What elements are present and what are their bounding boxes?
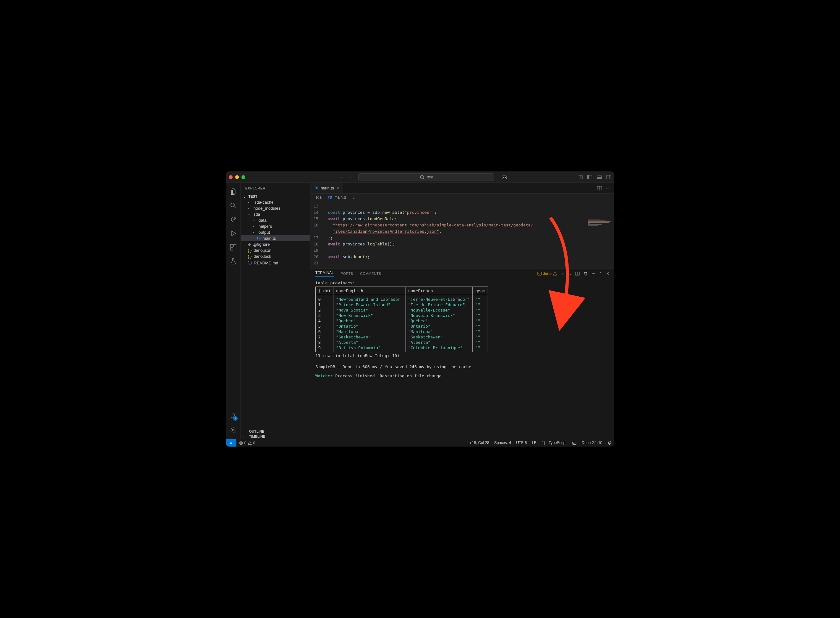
table-row: 2"Nova Scotia""Nouvelle-Écosse""": [316, 308, 488, 313]
panel-tab-terminal[interactable]: TERMINAL: [316, 271, 334, 277]
tree-root[interactable]: ⌄TEST: [241, 193, 310, 199]
status-encoding[interactable]: UTF-8: [514, 441, 529, 445]
panel-close-icon[interactable]: ✕: [606, 271, 609, 276]
tree-root-label: TEST: [248, 195, 257, 198]
play-icon: [230, 230, 237, 237]
svg-point-3: [503, 177, 504, 178]
code-content: const provinces = sdb.newTable("province…: [323, 201, 533, 268]
sidebar-outline[interactable]: ›OUTLINE: [241, 429, 310, 434]
terminal-icon: [537, 271, 542, 276]
tab-main-ts[interactable]: TS main.ts ×: [310, 183, 343, 193]
tab-close-icon[interactable]: ×: [336, 186, 339, 191]
nav-forward-icon[interactable]: →: [348, 175, 352, 179]
tree-folder-sda-cache[interactable]: ›.sda-cache: [241, 199, 310, 205]
sidebar-title: EXPLORER: [245, 186, 265, 190]
status-problems[interactable]: 0 0: [236, 439, 258, 447]
svg-rect-8: [588, 175, 589, 179]
activity-settings[interactable]: [226, 424, 241, 437]
svg-point-15: [231, 217, 232, 218]
activity-explorer[interactable]: [226, 185, 241, 198]
tree-file-deno-json[interactable]: { }deno.json: [241, 247, 310, 253]
svg-point-13: [231, 203, 234, 207]
panel: TERMINAL PORTS COMMENTS deno ＋ ⌄ ⋯: [310, 268, 614, 439]
panel-maximize-icon[interactable]: ⌃: [599, 272, 602, 276]
git-icon: ◆: [248, 242, 251, 247]
status-spaces[interactable]: Spaces: 4: [492, 441, 514, 445]
tree-file-main-ts[interactable]: TSmain.ts: [241, 235, 310, 241]
layout-sidebar-right-icon[interactable]: [606, 175, 611, 180]
panel-more-icon[interactable]: ⋯: [592, 271, 596, 276]
command-center[interactable]: test: [359, 173, 494, 181]
nav-back-icon[interactable]: ←: [339, 175, 344, 179]
copilot-icon[interactable]: [501, 174, 508, 180]
activity-source-control[interactable]: [226, 213, 241, 226]
terminal-dropdown-icon[interactable]: ⌄: [569, 272, 571, 275]
tree-folder-node-modules[interactable]: ›node_modules: [241, 205, 310, 211]
svg-point-4: [505, 177, 506, 178]
table-row: 4"Quebec""Québec""": [316, 318, 488, 324]
table-row: 3"New Brunswick""Nouveau-Brunswick""": [316, 313, 488, 318]
split-editor-icon[interactable]: [597, 186, 602, 191]
layout-panel-icon[interactable]: [597, 175, 602, 180]
tree-file-gitignore[interactable]: ◆.gitignore: [241, 241, 310, 247]
tree-file-deno-lock[interactable]: { }deno.lock: [241, 253, 310, 259]
svg-rect-29: [572, 442, 576, 444]
tree-folder-sda[interactable]: ⌄sda: [241, 211, 310, 217]
terminal-shell-indicator[interactable]: deno: [537, 271, 557, 276]
svg-rect-19: [234, 245, 236, 247]
activity-accounts[interactable]: 1: [226, 410, 241, 423]
term-watcher-line: Watcher Process finished. Restarting on …: [316, 373, 609, 378]
minimize-window-button[interactable]: [235, 175, 239, 179]
panel-tab-comments[interactable]: COMMENTS: [360, 272, 381, 275]
search-icon: [230, 202, 237, 209]
maximize-window-button[interactable]: [241, 175, 245, 179]
svg-rect-10: [597, 177, 601, 179]
table-row: 1"Prince Edward Island""Île-du-Prince-Éd…: [316, 302, 488, 308]
breadcrumb[interactable]: sda› TS main.ts›…: [310, 193, 614, 201]
panel-tab-ports[interactable]: PORTS: [341, 272, 353, 275]
remote-icon: [229, 441, 233, 445]
term-header: table provinces:: [316, 281, 609, 285]
svg-line-1: [423, 178, 424, 179]
svg-rect-2: [502, 175, 507, 179]
nav-arrows: ← →: [339, 175, 352, 179]
minimap[interactable]: [588, 220, 613, 245]
status-copilot[interactable]: [569, 441, 579, 446]
extensions-icon: [230, 244, 237, 251]
activity-run-debug[interactable]: [226, 227, 241, 240]
tree-folder-data[interactable]: ⌄data: [241, 217, 310, 223]
status-deno[interactable]: Deno 2.1.10: [579, 441, 605, 445]
account-badge: 1: [233, 416, 238, 420]
close-window-button[interactable]: [229, 175, 233, 179]
svg-rect-20: [230, 248, 233, 250]
ts-icon: TS: [314, 186, 318, 190]
terminal-output[interactable]: table provinces: (idx) nameEnglish nameF…: [310, 279, 614, 439]
tree-folder-output[interactable]: ›output: [241, 229, 310, 235]
status-notifications[interactable]: [605, 441, 614, 445]
status-language[interactable]: { } TypeScript: [539, 441, 569, 445]
svg-rect-18: [230, 245, 233, 247]
panel-tabs: TERMINAL PORTS COMMENTS deno ＋ ⌄ ⋯: [310, 269, 614, 279]
sidebar-timeline[interactable]: ›TIMELINE: [241, 434, 310, 439]
activity-extensions[interactable]: [226, 241, 241, 254]
tree-folder-helpers[interactable]: ›helpers: [241, 223, 310, 229]
editor-more-icon[interactable]: ⋯: [606, 186, 610, 190]
sidebar-more-icon[interactable]: ⋯: [302, 186, 306, 190]
json-icon: { }: [248, 248, 252, 253]
json-icon: { }: [248, 254, 252, 259]
layout-editor-icon[interactable]: [578, 175, 583, 180]
split-terminal-icon[interactable]: [575, 271, 579, 276]
status-cursor[interactable]: Ln 18, Col 28: [464, 441, 492, 445]
tree-file-readme[interactable]: ⓘREADME.md: [241, 259, 310, 266]
term-cursor: ▯: [316, 378, 609, 383]
copilot-icon: [572, 441, 577, 446]
error-icon: [239, 441, 243, 445]
activity-search[interactable]: [226, 199, 241, 212]
new-terminal-button[interactable]: ＋: [561, 271, 565, 276]
status-eol[interactable]: LF: [529, 441, 539, 445]
code-editor[interactable]: 13141516 1718192021 const provinces = sd…: [310, 201, 614, 268]
remote-button[interactable]: [226, 439, 236, 447]
layout-sidebar-left-icon[interactable]: [587, 175, 592, 180]
activity-testing[interactable]: [226, 255, 241, 267]
trash-icon[interactable]: [584, 271, 588, 276]
